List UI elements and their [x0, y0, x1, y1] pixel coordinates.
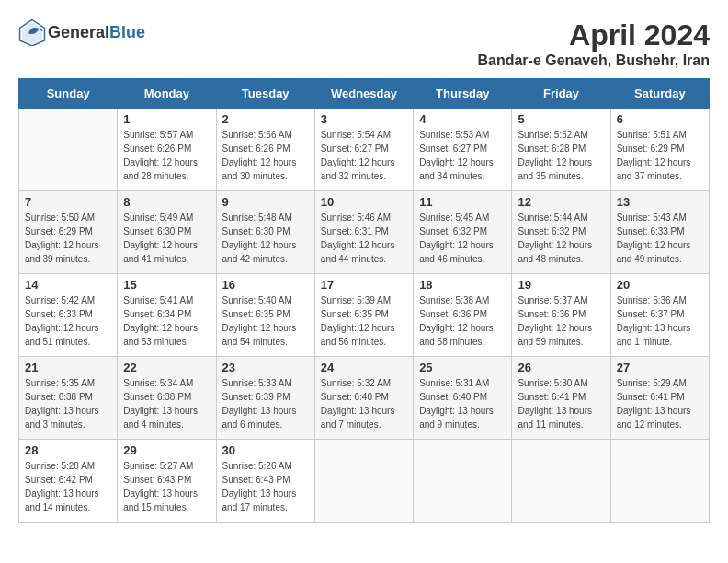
day-info: Sunrise: 5:48 AMSunset: 6:30 PMDaylight:… — [222, 211, 309, 266]
day-number: 24 — [321, 361, 407, 374]
day-info: Sunrise: 5:31 AMSunset: 6:40 PMDaylight:… — [419, 376, 506, 431]
calendar-day: 18Sunrise: 5:38 AMSunset: 6:36 PMDayligh… — [414, 274, 512, 357]
day-info: Sunrise: 5:33 AMSunset: 6:39 PMDaylight:… — [222, 376, 309, 431]
calendar-day: 1Sunrise: 5:57 AMSunset: 6:26 PMDaylight… — [118, 109, 216, 191]
day-number: 23 — [222, 361, 309, 374]
calendar-day: 27Sunrise: 5:29 AMSunset: 6:41 PMDayligh… — [610, 357, 709, 440]
calendar-day: 11Sunrise: 5:45 AMSunset: 6:32 PMDayligh… — [414, 191, 512, 274]
day-number: 26 — [518, 361, 604, 374]
calendar-day: 28Sunrise: 5:28 AMSunset: 6:42 PMDayligh… — [19, 440, 118, 523]
day-info: Sunrise: 5:38 AMSunset: 6:36 PMDaylight:… — [419, 293, 506, 349]
day-number: 30 — [222, 443, 309, 457]
calendar-day: 26Sunrise: 5:30 AMSunset: 6:41 PMDayligh… — [512, 357, 610, 440]
calendar-day: 8Sunrise: 5:49 AMSunset: 6:30 PMDaylight… — [118, 191, 216, 274]
calendar-day: 12Sunrise: 5:44 AMSunset: 6:32 PMDayligh… — [512, 191, 610, 274]
logo-blue: Blue — [109, 23, 145, 41]
day-number: 28 — [25, 443, 111, 457]
day-number: 6 — [617, 112, 703, 126]
day-info: Sunrise: 5:27 AMSunset: 6:43 PMDaylight:… — [123, 459, 210, 514]
day-info: Sunrise: 5:37 AMSunset: 6:36 PMDaylight:… — [518, 293, 604, 349]
calendar-header-row: SundayMondayTuesdayWednesdayThursdayFrid… — [19, 79, 710, 109]
day-number: 29 — [123, 443, 210, 457]
title-section: April 2024 Bandar-e Genaveh, Bushehr, Ir… — [477, 18, 710, 69]
day-number: 27 — [617, 361, 703, 374]
day-number: 10 — [321, 195, 407, 209]
day-info: Sunrise: 5:41 AMSunset: 6:34 PMDaylight:… — [123, 293, 210, 349]
column-header-saturday: Saturday — [610, 79, 709, 109]
logo: GeneralBlue — [18, 18, 145, 46]
column-header-friday: Friday — [512, 79, 610, 109]
day-info: Sunrise: 5:49 AMSunset: 6:30 PMDaylight:… — [123, 211, 210, 266]
day-info: Sunrise: 5:32 AMSunset: 6:40 PMDaylight:… — [321, 376, 407, 431]
calendar-day: 24Sunrise: 5:32 AMSunset: 6:40 PMDayligh… — [314, 357, 413, 440]
day-number: 8 — [123, 195, 210, 209]
calendar-day: 19Sunrise: 5:37 AMSunset: 6:36 PMDayligh… — [512, 274, 610, 357]
day-number: 21 — [25, 361, 111, 374]
calendar-day: 25Sunrise: 5:31 AMSunset: 6:40 PMDayligh… — [414, 357, 512, 440]
calendar-day: 13Sunrise: 5:43 AMSunset: 6:33 PMDayligh… — [610, 191, 709, 274]
calendar-day: 15Sunrise: 5:41 AMSunset: 6:34 PMDayligh… — [118, 274, 216, 357]
day-number: 3 — [321, 112, 407, 126]
calendar-day: 7Sunrise: 5:50 AMSunset: 6:29 PMDaylight… — [19, 191, 118, 274]
calendar-day: 3Sunrise: 5:54 AMSunset: 6:27 PMDaylight… — [314, 109, 413, 191]
day-info: Sunrise: 5:29 AMSunset: 6:41 PMDaylight:… — [617, 376, 703, 431]
day-number: 19 — [518, 278, 604, 292]
logo-general: General — [48, 23, 109, 41]
day-number: 22 — [123, 361, 210, 374]
day-number: 14 — [25, 278, 111, 292]
calendar-day: 22Sunrise: 5:34 AMSunset: 6:38 PMDayligh… — [118, 357, 216, 440]
calendar-day — [19, 109, 118, 191]
calendar-day: 9Sunrise: 5:48 AMSunset: 6:30 PMDaylight… — [216, 191, 314, 274]
day-info: Sunrise: 5:46 AMSunset: 6:31 PMDaylight:… — [321, 211, 407, 266]
calendar-day: 5Sunrise: 5:52 AMSunset: 6:28 PMDaylight… — [512, 109, 610, 191]
day-info: Sunrise: 5:26 AMSunset: 6:43 PMDaylight:… — [222, 459, 309, 514]
day-info: Sunrise: 5:30 AMSunset: 6:41 PMDaylight:… — [518, 376, 604, 431]
calendar-day: 23Sunrise: 5:33 AMSunset: 6:39 PMDayligh… — [216, 357, 314, 440]
day-number: 25 — [419, 361, 506, 374]
column-header-tuesday: Tuesday — [216, 79, 314, 109]
day-number: 9 — [222, 195, 309, 209]
day-info: Sunrise: 5:42 AMSunset: 6:33 PMDaylight:… — [25, 293, 111, 349]
calendar-day: 2Sunrise: 5:56 AMSunset: 6:26 PMDaylight… — [216, 109, 314, 191]
day-number: 17 — [321, 278, 407, 292]
calendar-day: 14Sunrise: 5:42 AMSunset: 6:33 PMDayligh… — [19, 274, 118, 357]
calendar-day — [414, 440, 512, 523]
day-number: 1 — [123, 112, 210, 126]
calendar-day — [512, 440, 610, 523]
day-number: 15 — [123, 278, 210, 292]
calendar-day: 30Sunrise: 5:26 AMSunset: 6:43 PMDayligh… — [216, 440, 314, 523]
day-number: 12 — [518, 195, 604, 209]
day-number: 20 — [617, 278, 703, 292]
calendar-day: 17Sunrise: 5:39 AMSunset: 6:35 PMDayligh… — [314, 274, 413, 357]
day-number: 2 — [222, 112, 309, 126]
day-info: Sunrise: 5:51 AMSunset: 6:29 PMDaylight:… — [617, 128, 703, 183]
calendar-week-4: 21Sunrise: 5:35 AMSunset: 6:38 PMDayligh… — [19, 357, 710, 440]
calendar-week-2: 7Sunrise: 5:50 AMSunset: 6:29 PMDaylight… — [19, 191, 710, 274]
column-header-thursday: Thursday — [414, 79, 512, 109]
day-info: Sunrise: 5:45 AMSunset: 6:32 PMDaylight:… — [419, 211, 506, 266]
day-info: Sunrise: 5:57 AMSunset: 6:26 PMDaylight:… — [123, 128, 210, 183]
day-number: 5 — [518, 112, 604, 126]
day-info: Sunrise: 5:53 AMSunset: 6:27 PMDaylight:… — [419, 128, 506, 183]
day-number: 16 — [222, 278, 309, 292]
calendar-day: 20Sunrise: 5:36 AMSunset: 6:37 PMDayligh… — [610, 274, 709, 357]
day-info: Sunrise: 5:56 AMSunset: 6:26 PMDaylight:… — [222, 128, 309, 183]
day-info: Sunrise: 5:50 AMSunset: 6:29 PMDaylight:… — [25, 211, 111, 266]
calendar-day: 4Sunrise: 5:53 AMSunset: 6:27 PMDaylight… — [414, 109, 512, 191]
column-header-wednesday: Wednesday — [314, 79, 413, 109]
day-info: Sunrise: 5:54 AMSunset: 6:27 PMDaylight:… — [321, 128, 407, 183]
calendar-week-5: 28Sunrise: 5:28 AMSunset: 6:42 PMDayligh… — [19, 440, 710, 523]
calendar-day — [610, 440, 709, 523]
calendar-day: 10Sunrise: 5:46 AMSunset: 6:31 PMDayligh… — [314, 191, 413, 274]
calendar-day: 16Sunrise: 5:40 AMSunset: 6:35 PMDayligh… — [216, 274, 314, 357]
day-info: Sunrise: 5:40 AMSunset: 6:35 PMDaylight:… — [222, 293, 309, 349]
column-header-sunday: Sunday — [19, 79, 118, 109]
calendar-day: 29Sunrise: 5:27 AMSunset: 6:43 PMDayligh… — [118, 440, 216, 523]
day-info: Sunrise: 5:36 AMSunset: 6:37 PMDaylight:… — [617, 293, 703, 349]
column-header-monday: Monday — [118, 79, 216, 109]
calendar-week-1: 1Sunrise: 5:57 AMSunset: 6:26 PMDaylight… — [19, 109, 710, 191]
day-number: 4 — [419, 112, 506, 126]
day-info: Sunrise: 5:44 AMSunset: 6:32 PMDaylight:… — [518, 211, 604, 266]
day-info: Sunrise: 5:43 AMSunset: 6:33 PMDaylight:… — [617, 211, 703, 266]
day-info: Sunrise: 5:28 AMSunset: 6:42 PMDaylight:… — [25, 459, 111, 514]
